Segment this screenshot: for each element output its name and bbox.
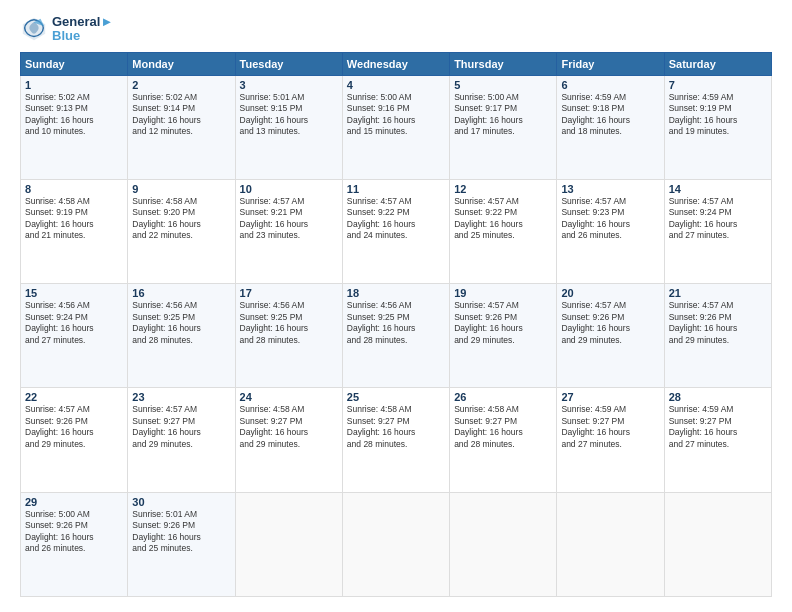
day-info: Sunrise: 5:00 AM Sunset: 9:16 PM Dayligh… <box>347 92 445 138</box>
calendar-cell: 13Sunrise: 4:57 AM Sunset: 9:23 PM Dayli… <box>557 179 664 283</box>
day-info: Sunrise: 4:59 AM Sunset: 9:27 PM Dayligh… <box>561 404 659 450</box>
day-info: Sunrise: 5:00 AM Sunset: 9:26 PM Dayligh… <box>25 509 123 555</box>
day-number: 11 <box>347 183 445 195</box>
calendar-cell: 3Sunrise: 5:01 AM Sunset: 9:15 PM Daylig… <box>235 75 342 179</box>
day-number: 13 <box>561 183 659 195</box>
day-number: 25 <box>347 391 445 403</box>
calendar-cell: 22Sunrise: 4:57 AM Sunset: 9:26 PM Dayli… <box>21 388 128 492</box>
calendar-cell: 10Sunrise: 4:57 AM Sunset: 9:21 PM Dayli… <box>235 179 342 283</box>
day-info: Sunrise: 5:00 AM Sunset: 9:17 PM Dayligh… <box>454 92 552 138</box>
weekday-header: Thursday <box>450 52 557 75</box>
calendar-cell: 9Sunrise: 4:58 AM Sunset: 9:20 PM Daylig… <box>128 179 235 283</box>
day-number: 24 <box>240 391 338 403</box>
day-number: 10 <box>240 183 338 195</box>
calendar-cell: 30Sunrise: 5:01 AM Sunset: 9:26 PM Dayli… <box>128 492 235 596</box>
calendar-cell: 4Sunrise: 5:00 AM Sunset: 9:16 PM Daylig… <box>342 75 449 179</box>
day-number: 29 <box>25 496 123 508</box>
day-number: 3 <box>240 79 338 91</box>
logo: General► Blue <box>20 15 113 44</box>
day-info: Sunrise: 4:56 AM Sunset: 9:25 PM Dayligh… <box>347 300 445 346</box>
calendar-cell: 26Sunrise: 4:58 AM Sunset: 9:27 PM Dayli… <box>450 388 557 492</box>
day-number: 8 <box>25 183 123 195</box>
calendar-cell <box>235 492 342 596</box>
calendar-cell: 21Sunrise: 4:57 AM Sunset: 9:26 PM Dayli… <box>664 284 771 388</box>
calendar-cell: 2Sunrise: 5:02 AM Sunset: 9:14 PM Daylig… <box>128 75 235 179</box>
day-info: Sunrise: 4:58 AM Sunset: 9:19 PM Dayligh… <box>25 196 123 242</box>
weekday-header: Sunday <box>21 52 128 75</box>
day-info: Sunrise: 4:57 AM Sunset: 9:27 PM Dayligh… <box>132 404 230 450</box>
weekday-header: Saturday <box>664 52 771 75</box>
day-number: 7 <box>669 79 767 91</box>
calendar-cell: 27Sunrise: 4:59 AM Sunset: 9:27 PM Dayli… <box>557 388 664 492</box>
day-info: Sunrise: 5:01 AM Sunset: 9:15 PM Dayligh… <box>240 92 338 138</box>
day-number: 21 <box>669 287 767 299</box>
calendar-cell: 20Sunrise: 4:57 AM Sunset: 9:26 PM Dayli… <box>557 284 664 388</box>
day-info: Sunrise: 4:59 AM Sunset: 9:19 PM Dayligh… <box>669 92 767 138</box>
day-info: Sunrise: 4:59 AM Sunset: 9:18 PM Dayligh… <box>561 92 659 138</box>
day-number: 6 <box>561 79 659 91</box>
day-number: 23 <box>132 391 230 403</box>
calendar-cell: 18Sunrise: 4:56 AM Sunset: 9:25 PM Dayli… <box>342 284 449 388</box>
weekday-header: Tuesday <box>235 52 342 75</box>
day-number: 4 <box>347 79 445 91</box>
calendar-cell: 14Sunrise: 4:57 AM Sunset: 9:24 PM Dayli… <box>664 179 771 283</box>
day-info: Sunrise: 4:58 AM Sunset: 9:27 PM Dayligh… <box>347 404 445 450</box>
calendar-cell: 29Sunrise: 5:00 AM Sunset: 9:26 PM Dayli… <box>21 492 128 596</box>
day-info: Sunrise: 4:57 AM Sunset: 9:22 PM Dayligh… <box>347 196 445 242</box>
calendar-cell <box>342 492 449 596</box>
day-info: Sunrise: 4:58 AM Sunset: 9:20 PM Dayligh… <box>132 196 230 242</box>
day-info: Sunrise: 4:59 AM Sunset: 9:27 PM Dayligh… <box>669 404 767 450</box>
day-info: Sunrise: 4:57 AM Sunset: 9:26 PM Dayligh… <box>454 300 552 346</box>
day-number: 1 <box>25 79 123 91</box>
day-number: 27 <box>561 391 659 403</box>
calendar-cell: 7Sunrise: 4:59 AM Sunset: 9:19 PM Daylig… <box>664 75 771 179</box>
day-number: 30 <box>132 496 230 508</box>
calendar-table: SundayMondayTuesdayWednesdayThursdayFrid… <box>20 52 772 597</box>
weekday-header: Wednesday <box>342 52 449 75</box>
calendar-cell: 23Sunrise: 4:57 AM Sunset: 9:27 PM Dayli… <box>128 388 235 492</box>
calendar-cell: 5Sunrise: 5:00 AM Sunset: 9:17 PM Daylig… <box>450 75 557 179</box>
calendar-cell: 19Sunrise: 4:57 AM Sunset: 9:26 PM Dayli… <box>450 284 557 388</box>
calendar-cell: 25Sunrise: 4:58 AM Sunset: 9:27 PM Dayli… <box>342 388 449 492</box>
day-number: 2 <box>132 79 230 91</box>
day-info: Sunrise: 4:57 AM Sunset: 9:22 PM Dayligh… <box>454 196 552 242</box>
day-info: Sunrise: 4:58 AM Sunset: 9:27 PM Dayligh… <box>240 404 338 450</box>
day-number: 15 <box>25 287 123 299</box>
day-number: 20 <box>561 287 659 299</box>
day-info: Sunrise: 4:57 AM Sunset: 9:24 PM Dayligh… <box>669 196 767 242</box>
day-number: 26 <box>454 391 552 403</box>
calendar-cell: 28Sunrise: 4:59 AM Sunset: 9:27 PM Dayli… <box>664 388 771 492</box>
calendar-cell <box>664 492 771 596</box>
day-info: Sunrise: 4:56 AM Sunset: 9:25 PM Dayligh… <box>240 300 338 346</box>
day-number: 17 <box>240 287 338 299</box>
calendar-cell: 11Sunrise: 4:57 AM Sunset: 9:22 PM Dayli… <box>342 179 449 283</box>
day-info: Sunrise: 4:58 AM Sunset: 9:27 PM Dayligh… <box>454 404 552 450</box>
day-number: 28 <box>669 391 767 403</box>
calendar-cell: 24Sunrise: 4:58 AM Sunset: 9:27 PM Dayli… <box>235 388 342 492</box>
weekday-header: Friday <box>557 52 664 75</box>
day-info: Sunrise: 4:57 AM Sunset: 9:26 PM Dayligh… <box>561 300 659 346</box>
day-info: Sunrise: 4:56 AM Sunset: 9:25 PM Dayligh… <box>132 300 230 346</box>
calendar-cell: 15Sunrise: 4:56 AM Sunset: 9:24 PM Dayli… <box>21 284 128 388</box>
calendar-cell: 8Sunrise: 4:58 AM Sunset: 9:19 PM Daylig… <box>21 179 128 283</box>
calendar-cell: 17Sunrise: 4:56 AM Sunset: 9:25 PM Dayli… <box>235 284 342 388</box>
header: General► Blue <box>20 15 772 44</box>
day-number: 16 <box>132 287 230 299</box>
calendar-cell: 1Sunrise: 5:02 AM Sunset: 9:13 PM Daylig… <box>21 75 128 179</box>
day-info: Sunrise: 4:57 AM Sunset: 9:21 PM Dayligh… <box>240 196 338 242</box>
day-info: Sunrise: 4:57 AM Sunset: 9:26 PM Dayligh… <box>669 300 767 346</box>
weekday-header: Monday <box>128 52 235 75</box>
logo-icon <box>20 15 48 43</box>
day-info: Sunrise: 4:57 AM Sunset: 9:26 PM Dayligh… <box>25 404 123 450</box>
day-number: 18 <box>347 287 445 299</box>
day-number: 12 <box>454 183 552 195</box>
day-info: Sunrise: 4:56 AM Sunset: 9:24 PM Dayligh… <box>25 300 123 346</box>
day-info: Sunrise: 5:02 AM Sunset: 9:14 PM Dayligh… <box>132 92 230 138</box>
calendar-cell <box>557 492 664 596</box>
logo-text: General► Blue <box>52 15 113 44</box>
day-number: 22 <box>25 391 123 403</box>
day-number: 9 <box>132 183 230 195</box>
calendar-cell: 12Sunrise: 4:57 AM Sunset: 9:22 PM Dayli… <box>450 179 557 283</box>
day-number: 19 <box>454 287 552 299</box>
day-info: Sunrise: 5:01 AM Sunset: 9:26 PM Dayligh… <box>132 509 230 555</box>
